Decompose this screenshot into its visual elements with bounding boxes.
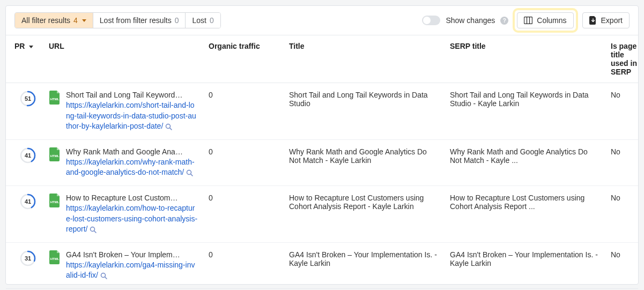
col-header-url[interactable]: URL: [43, 35, 203, 83]
tab-all-filter-results[interactable]: All filter results 4: [15, 13, 93, 28]
is-page-cell: No: [605, 242, 638, 288]
is-page-cell: No: [605, 185, 638, 242]
url-link[interactable]: https://kaylelarkin.com/short-tail-and-l…: [66, 101, 196, 130]
organic-traffic-cell: 0: [203, 185, 284, 242]
col-header-title[interactable]: Title: [284, 35, 445, 83]
organic-traffic-cell: 0: [203, 83, 284, 140]
tab-count: 0: [210, 16, 214, 25]
tab-lost-from-filter[interactable]: Lost from filter results 0: [93, 13, 186, 28]
search-icon[interactable]: [165, 123, 172, 130]
col-header-label: PR: [14, 42, 25, 50]
svg-text:HTML: HTML: [50, 154, 60, 158]
title-cell: How to Recapture Lost Customers using Co…: [284, 185, 445, 242]
url-title: Short Tail and Long Tail Keyword…: [66, 91, 189, 99]
col-header-serp-title[interactable]: SERP title: [445, 35, 605, 83]
col-header-label: Organic traffic: [209, 42, 260, 50]
columns-icon: [524, 17, 532, 24]
toolbar-right: Show changes ? Columns: [422, 12, 630, 28]
columns-button[interactable]: Columns: [517, 12, 573, 28]
export-label: Export: [601, 16, 623, 25]
url-link[interactable]: https://kaylelarkin.com/how-to-recapture…: [66, 204, 197, 233]
show-changes-label: Show changes: [446, 16, 495, 25]
url-title: Why Rank Math and Google Ana…: [66, 147, 189, 156]
sort-desc-icon: [29, 46, 33, 48]
svg-line-17: [94, 230, 97, 233]
table-row: 31 HTML GA4 Isn't Broken – Your Implem… …: [6, 242, 638, 288]
toolbar: All filter results 4 Lost from filter re…: [6, 6, 638, 35]
title-cell: Why Rank Math and Google Analytics Do No…: [284, 139, 445, 185]
result-filter-tabs: All filter results 4 Lost from filter re…: [14, 12, 221, 28]
svg-text:HTML: HTML: [50, 200, 60, 204]
chevron-down-icon: [82, 19, 86, 22]
is-page-cell: No: [605, 139, 638, 185]
url-link[interactable]: https://kaylelarkin.com/ga4-missing-inva…: [66, 261, 195, 280]
pr-badge: 31: [20, 250, 36, 266]
search-icon[interactable]: [90, 226, 97, 233]
export-button[interactable]: Export: [582, 12, 630, 28]
svg-text:HTML: HTML: [50, 257, 60, 261]
svg-line-7: [170, 128, 172, 130]
results-table: PR URL Organic traffic Title SERP title …: [6, 35, 638, 288]
col-header-pr[interactable]: PR: [6, 35, 43, 83]
table-row: 41 HTML How to Recapture Lost Custom… ht…: [6, 185, 638, 242]
help-icon[interactable]: ?: [500, 17, 508, 25]
svg-rect-0: [524, 17, 532, 24]
tab-count: 0: [175, 16, 179, 25]
html-file-icon: HTML: [49, 91, 61, 105]
serp-title-cell: Short Tail and Long Tail Keywords in Dat…: [445, 83, 605, 140]
tab-count: 4: [73, 16, 78, 25]
table-row: 51 HTML Short Tail and Long Tail Keyword…: [6, 83, 638, 140]
serp-title-cell: GA4 Isn't Broken – Your Implementation I…: [445, 242, 605, 288]
html-file-icon: HTML: [49, 194, 61, 207]
svg-text:HTML: HTML: [50, 98, 60, 101]
tab-label: All filter results: [21, 16, 70, 25]
table-row: 41 HTML Why Rank Math and Google Ana… ht…: [6, 139, 638, 185]
search-icon[interactable]: [100, 272, 107, 279]
serp-title-cell: Why Rank Math and Google Analytics Do No…: [445, 139, 605, 185]
svg-line-12: [191, 174, 193, 176]
tab-label: Lost from filter results: [100, 16, 172, 25]
columns-label: Columns: [537, 16, 566, 25]
url-title: GA4 Isn't Broken – Your Implem…: [66, 250, 189, 259]
col-header-label: Title: [289, 42, 305, 50]
html-file-icon: HTML: [49, 147, 61, 161]
col-header-label: URL: [49, 42, 64, 50]
show-changes-control: Show changes ?: [422, 16, 508, 25]
svg-line-22: [105, 277, 107, 279]
results-table-wrap: PR URL Organic traffic Title SERP title …: [6, 35, 638, 289]
col-header-is-page[interactable]: Is page title used in SERP: [605, 35, 638, 83]
url-link[interactable]: https://kaylelarkin.com/why-rank-math-an…: [66, 158, 195, 177]
serp-title-cell: How to Recapture Lost Customers using Co…: [445, 185, 605, 242]
export-icon: [589, 16, 597, 25]
col-header-label: Is page title used in SERP: [611, 42, 637, 76]
is-page-cell: No: [605, 83, 638, 140]
organic-traffic-cell: 0: [203, 139, 284, 185]
tab-lost[interactable]: Lost 0: [186, 13, 220, 28]
results-panel: All filter results 4 Lost from filter re…: [5, 5, 639, 285]
col-header-label: SERP title: [450, 42, 486, 50]
title-cell: GA4 Isn't Broken – Your Implementation I…: [284, 242, 445, 288]
pr-badge: 41: [20, 194, 36, 210]
pr-badge: 41: [20, 147, 36, 163]
show-changes-toggle[interactable]: [422, 16, 440, 25]
organic-traffic-cell: 0: [203, 242, 284, 288]
tab-label: Lost: [192, 16, 206, 25]
col-header-organic-traffic[interactable]: Organic traffic: [203, 35, 284, 83]
html-file-icon: HTML: [49, 250, 61, 264]
search-icon[interactable]: [186, 169, 193, 176]
pr-badge: 51: [20, 91, 36, 107]
url-title: How to Recapture Lost Custom…: [66, 194, 189, 202]
title-cell: Short Tail and Long Tail Keywords in Dat…: [284, 83, 445, 140]
